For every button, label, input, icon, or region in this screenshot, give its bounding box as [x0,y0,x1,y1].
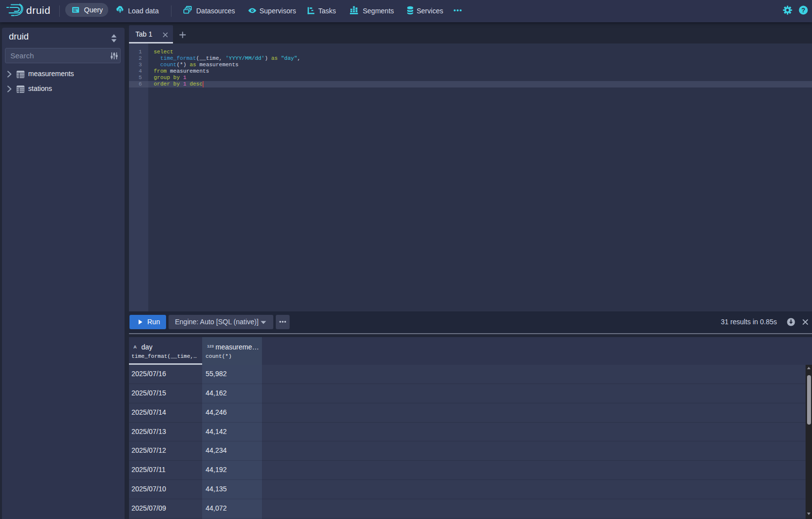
svg-text:?: ? [802,6,806,14]
